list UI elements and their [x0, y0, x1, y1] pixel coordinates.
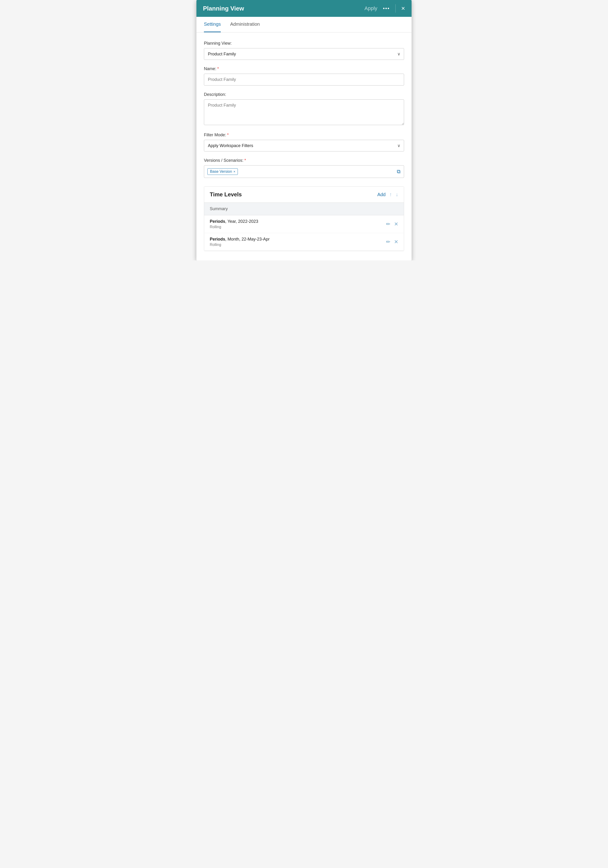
tab-administration[interactable]: Administration [230, 17, 260, 32]
filter-mode-required-marker: * [227, 133, 229, 138]
time-levels-header: Time Levels Add ↑ ↓ [204, 186, 404, 203]
remove-time-level-1-button[interactable]: ✕ [394, 239, 398, 245]
filter-mode-select-wrapper: Apply Workspace Filters ∨ [204, 140, 404, 152]
time-levels-summary-row: Summary [204, 203, 404, 215]
more-options-icon[interactable]: ••• [383, 5, 390, 11]
versions-required-marker: * [244, 158, 246, 163]
description-field: Description: [204, 92, 404, 126]
modal-title: Planning View [203, 5, 244, 12]
modal-header: Planning View Apply ••• × [197, 0, 411, 17]
table-row: Periods, Month, 22-May-23-Apr Rolling ✏ … [204, 233, 404, 251]
versions-box: Base Version × ⧉ [204, 165, 404, 178]
planning-view-select-wrapper: Product Family ∨ [204, 48, 404, 60]
name-required-marker: * [217, 67, 219, 71]
time-level-main-1: Periods, Month, 22-May-23-Apr [210, 237, 270, 242]
planning-view-select[interactable]: Product Family [204, 48, 404, 60]
versions-tags: Base Version × [208, 168, 238, 175]
time-levels-section: Time Levels Add ↑ ↓ Summary Periods, Yea… [204, 186, 404, 251]
settings-content: Planning View: Product Family ∨ Name: * … [197, 33, 411, 260]
close-button[interactable]: × [401, 5, 405, 12]
apply-button[interactable]: Apply [364, 5, 377, 11]
header-actions: Apply ••• × [364, 4, 405, 12]
name-field: Name: * [204, 67, 404, 85]
time-level-item-info-0: Periods, Year, 2022-2023 Rolling [210, 219, 258, 229]
description-input[interactable] [204, 99, 404, 125]
tag-label: Base Version [210, 169, 232, 174]
tab-bar: Settings Administration [197, 17, 411, 33]
time-level-sub-0: Rolling [210, 225, 258, 229]
base-version-tag: Base Version × [208, 168, 238, 175]
description-label: Description: [204, 92, 404, 97]
filter-mode-select[interactable]: Apply Workspace Filters [204, 140, 404, 152]
time-level-detail-0: , Year, 2022-2023 [225, 219, 258, 224]
planning-view-modal: Planning View Apply ••• × Settings Admin… [197, 0, 411, 260]
remove-tag-button[interactable]: × [233, 170, 235, 174]
time-level-buttons-0: ✏ ✕ [386, 221, 398, 227]
summary-label: Summary [210, 206, 228, 211]
filter-mode-field: Filter Mode: * Apply Workspace Filters ∨ [204, 133, 404, 152]
time-level-buttons-1: ✏ ✕ [386, 239, 398, 245]
name-label: Name: * [204, 67, 404, 71]
time-level-item-info-1: Periods, Month, 22-May-23-Apr Rolling [210, 237, 270, 247]
time-levels-up-button[interactable]: ↑ [389, 191, 392, 198]
versions-label: Versions / Scenarios: * [204, 158, 404, 163]
time-level-detail-1: , Month, 22-May-23-Apr [225, 237, 270, 242]
name-input[interactable] [204, 74, 404, 85]
time-levels-add-button[interactable]: Add [377, 192, 386, 197]
filter-mode-label: Filter Mode: * [204, 133, 404, 138]
planning-view-label: Planning View: [204, 41, 404, 46]
time-levels-down-button[interactable]: ↓ [396, 191, 398, 198]
versions-expand-icon[interactable]: ⧉ [397, 169, 400, 175]
time-level-main-0: Periods, Year, 2022-2023 [210, 219, 258, 224]
table-row: Periods, Year, 2022-2023 Rolling ✏ ✕ [204, 215, 404, 233]
time-level-sub-1: Rolling [210, 243, 270, 247]
edit-time-level-0-button[interactable]: ✏ [386, 221, 390, 227]
remove-time-level-0-button[interactable]: ✕ [394, 221, 398, 227]
time-levels-actions: Add ↑ ↓ [377, 191, 398, 198]
tab-settings[interactable]: Settings [204, 17, 221, 32]
planning-view-field: Planning View: Product Family ∨ [204, 41, 404, 60]
versions-field: Versions / Scenarios: * Base Version × ⧉ [204, 158, 404, 178]
edit-time-level-1-button[interactable]: ✏ [386, 239, 390, 245]
time-levels-title: Time Levels [210, 191, 242, 198]
